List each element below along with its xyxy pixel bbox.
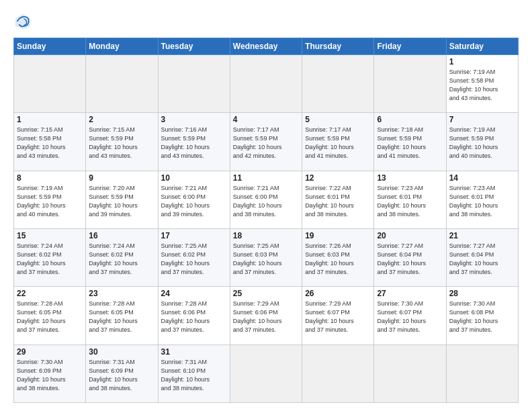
day-number: 28	[449, 289, 515, 298]
calendar-cell	[302, 55, 374, 113]
calendar-cell	[230, 345, 302, 402]
day-number: 31	[161, 347, 227, 357]
day-number: 9	[89, 173, 154, 183]
day-number: 1	[17, 115, 83, 124]
day-info: Sunrise: 7:23 AMSunset: 6:01 PMDaylight:…	[377, 185, 426, 218]
weekday-header-wednesday: Wednesday	[230, 38, 302, 55]
day-number: 5	[305, 115, 371, 124]
day-number: 6	[377, 115, 443, 124]
calendar-cell: 21 Sunrise: 7:27 AMSunset: 6:04 PMDaylig…	[446, 228, 518, 286]
day-info: Sunrise: 7:29 AMSunset: 6:07 PMDaylight:…	[305, 300, 354, 333]
calendar-cell: 12 Sunrise: 7:22 AMSunset: 6:01 PMDaylig…	[302, 171, 374, 228]
day-info: Sunrise: 7:30 AMSunset: 6:09 PMDaylight:…	[17, 359, 66, 392]
calendar-week-0: 1 Sunrise: 7:19 AMSunset: 5:58 PMDayligh…	[14, 55, 519, 113]
day-number: 29	[17, 347, 83, 357]
day-info: Sunrise: 7:28 AMSunset: 6:05 PMDaylight:…	[89, 300, 138, 333]
calendar-week-2: 8 Sunrise: 7:19 AMSunset: 5:59 PMDayligh…	[14, 171, 519, 228]
calendar-cell: 20 Sunrise: 7:27 AMSunset: 6:04 PMDaylig…	[374, 228, 446, 286]
calendar-cell: 5 Sunrise: 7:17 AMSunset: 5:59 PMDayligh…	[302, 113, 374, 171]
weekday-header-thursday: Thursday	[302, 38, 374, 55]
calendar-cell: 19 Sunrise: 7:26 AMSunset: 6:03 PMDaylig…	[302, 228, 374, 286]
calendar-cell: 24 Sunrise: 7:28 AMSunset: 6:06 PMDaylig…	[158, 287, 230, 345]
day-number: 22	[17, 289, 83, 298]
day-number: 3	[161, 115, 227, 124]
weekday-header-friday: Friday	[374, 38, 446, 55]
calendar-cell: 27 Sunrise: 7:30 AMSunset: 6:07 PMDaylig…	[374, 287, 446, 345]
calendar-cell	[302, 345, 374, 402]
page: SundayMondayTuesdayWednesdayThursdayFrid…	[0, 0, 532, 411]
day-number: 4	[233, 115, 299, 124]
calendar-table: SundayMondayTuesdayWednesdayThursdayFrid…	[13, 38, 519, 403]
day-info: Sunrise: 7:31 AMSunset: 6:10 PMDaylight:…	[161, 359, 210, 392]
day-number: 16	[89, 231, 154, 240]
calendar-cell: 16 Sunrise: 7:24 AMSunset: 6:02 PMDaylig…	[86, 228, 158, 286]
logo	[13, 12, 35, 31]
weekday-header-sunday: Sunday	[14, 38, 86, 55]
day-number: 26	[305, 289, 371, 298]
day-number: 2	[89, 115, 154, 124]
calendar-body: 1 Sunrise: 7:19 AMSunset: 5:58 PMDayligh…	[14, 55, 519, 403]
calendar-cell: 9 Sunrise: 7:20 AMSunset: 5:59 PMDayligh…	[86, 171, 158, 228]
day-info: Sunrise: 7:27 AMSunset: 6:04 PMDaylight:…	[377, 242, 426, 275]
calendar-cell: 2 Sunrise: 7:15 AMSunset: 5:59 PMDayligh…	[86, 113, 158, 171]
calendar-cell: 31 Sunrise: 7:31 AMSunset: 6:10 PMDaylig…	[158, 345, 230, 402]
calendar-cell: 1 Sunrise: 7:15 AMSunset: 5:58 PMDayligh…	[14, 113, 86, 171]
calendar-cell: 6 Sunrise: 7:18 AMSunset: 5:59 PMDayligh…	[374, 113, 446, 171]
day-number: 15	[17, 231, 83, 240]
day-number: 1	[449, 57, 515, 66]
calendar-cell: 4 Sunrise: 7:17 AMSunset: 5:59 PMDayligh…	[230, 113, 302, 171]
day-info: Sunrise: 7:24 AMSunset: 6:02 PMDaylight:…	[89, 242, 138, 275]
day-info: Sunrise: 7:17 AMSunset: 5:59 PMDaylight:…	[233, 126, 282, 159]
day-info: Sunrise: 7:15 AMSunset: 5:58 PMDaylight:…	[17, 126, 66, 159]
day-info: Sunrise: 7:19 AMSunset: 5:59 PMDaylight:…	[17, 185, 66, 218]
calendar-cell: 17 Sunrise: 7:25 AMSunset: 6:02 PMDaylig…	[158, 228, 230, 286]
day-number: 11	[233, 173, 299, 183]
day-info: Sunrise: 7:17 AMSunset: 5:59 PMDaylight:…	[305, 126, 354, 159]
calendar-cell: 15 Sunrise: 7:24 AMSunset: 6:02 PMDaylig…	[14, 228, 86, 286]
calendar-cell	[86, 55, 158, 113]
day-number: 21	[449, 231, 515, 240]
day-number: 24	[161, 289, 227, 298]
calendar-cell	[158, 55, 230, 113]
day-number: 20	[377, 231, 443, 240]
day-info: Sunrise: 7:15 AMSunset: 5:59 PMDaylight:…	[89, 126, 138, 159]
calendar-header: SundayMondayTuesdayWednesdayThursdayFrid…	[14, 38, 519, 55]
calendar-week-3: 15 Sunrise: 7:24 AMSunset: 6:02 PMDaylig…	[14, 228, 519, 286]
day-number: 7	[449, 115, 515, 124]
weekday-header-monday: Monday	[86, 38, 158, 55]
weekday-header-saturday: Saturday	[446, 38, 518, 55]
day-info: Sunrise: 7:26 AMSunset: 6:03 PMDaylight:…	[305, 242, 354, 275]
day-info: Sunrise: 7:19 AMSunset: 5:58 PMDaylight:…	[449, 68, 498, 101]
day-number: 27	[377, 289, 443, 298]
day-info: Sunrise: 7:30 AMSunset: 6:07 PMDaylight:…	[377, 300, 426, 333]
calendar-cell: 8 Sunrise: 7:19 AMSunset: 5:59 PMDayligh…	[14, 171, 86, 228]
day-number: 19	[305, 231, 371, 240]
logo-icon	[13, 12, 32, 31]
calendar-week-5: 29 Sunrise: 7:30 AMSunset: 6:09 PMDaylig…	[14, 345, 519, 402]
calendar-cell: 7 Sunrise: 7:19 AMSunset: 5:59 PMDayligh…	[446, 113, 518, 171]
calendar-cell: 14 Sunrise: 7:23 AMSunset: 6:01 PMDaylig…	[446, 171, 518, 228]
calendar-cell: 29 Sunrise: 7:30 AMSunset: 6:09 PMDaylig…	[14, 345, 86, 402]
day-info: Sunrise: 7:29 AMSunset: 6:06 PMDaylight:…	[233, 300, 282, 333]
day-info: Sunrise: 7:24 AMSunset: 6:02 PMDaylight:…	[17, 242, 66, 275]
calendar-cell: 26 Sunrise: 7:29 AMSunset: 6:07 PMDaylig…	[302, 287, 374, 345]
calendar-cell: 10 Sunrise: 7:21 AMSunset: 6:00 PMDaylig…	[158, 171, 230, 228]
calendar-cell: 3 Sunrise: 7:16 AMSunset: 5:59 PMDayligh…	[158, 113, 230, 171]
header	[13, 12, 519, 31]
day-number: 10	[161, 173, 227, 183]
weekday-header-row: SundayMondayTuesdayWednesdayThursdayFrid…	[14, 38, 519, 55]
calendar-week-1: 1 Sunrise: 7:15 AMSunset: 5:58 PMDayligh…	[14, 113, 519, 171]
calendar-cell	[374, 55, 446, 113]
day-number: 30	[89, 347, 154, 357]
day-info: Sunrise: 7:31 AMSunset: 6:09 PMDaylight:…	[89, 359, 138, 392]
day-number: 14	[449, 173, 515, 183]
calendar-cell: 23 Sunrise: 7:28 AMSunset: 6:05 PMDaylig…	[86, 287, 158, 345]
day-info: Sunrise: 7:28 AMSunset: 6:06 PMDaylight:…	[161, 300, 210, 333]
day-info: Sunrise: 7:28 AMSunset: 6:05 PMDaylight:…	[17, 300, 66, 333]
day-info: Sunrise: 7:21 AMSunset: 6:00 PMDaylight:…	[233, 185, 282, 218]
calendar-cell: 11 Sunrise: 7:21 AMSunset: 6:00 PMDaylig…	[230, 171, 302, 228]
calendar-cell	[230, 55, 302, 113]
day-number: 13	[377, 173, 443, 183]
calendar-cell	[14, 55, 86, 113]
weekday-header-tuesday: Tuesday	[158, 38, 230, 55]
